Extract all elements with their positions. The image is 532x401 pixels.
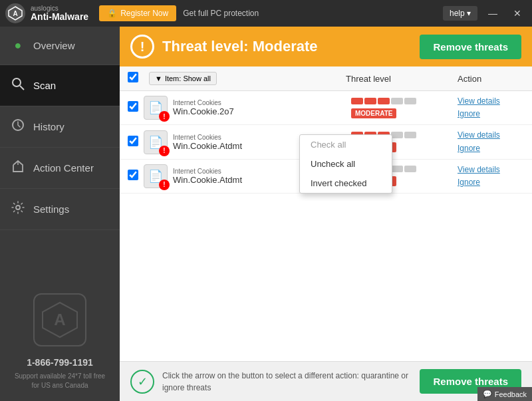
bar [404, 166, 416, 172]
header-checkbox-cell [128, 72, 144, 85]
close-button[interactable]: ✕ [508, 5, 527, 21]
row2-view-details[interactable]: View details [458, 129, 524, 142]
bottom-info-text: Click the arrow on the button to select … [162, 370, 412, 394]
support-text: Support available 24*7 toll free for US … [11, 372, 109, 390]
sidebar-label-history: History [33, 121, 65, 132]
row1-ignore[interactable]: Ignore [458, 108, 524, 120]
row2-ignore[interactable]: Ignore [458, 142, 524, 155]
feedback-icon: 💬 [483, 390, 492, 398]
bar [391, 98, 403, 104]
threat-level-title: Threat level: Moderate [162, 38, 412, 55]
sidebar-bottom: A 1-866-799-1191 Support available 24*7 … [0, 283, 120, 401]
row1-category: Internet Cookies [173, 99, 351, 106]
threat-banner: ! Threat level: Moderate Remove threats [120, 27, 532, 67]
svg-point-2 [13, 78, 21, 86]
feedback-button[interactable]: 💬 Feedback [477, 387, 532, 401]
content-area: ! Threat level: Moderate Remove threats … [120, 27, 532, 401]
row1-checkbox[interactable] [128, 101, 138, 112]
row1-info: Internet Cookies Win.Cookie.2o7 [173, 99, 351, 116]
threats-table-area: ▼ Item: Show all Threat level Action 📄 !… [120, 67, 532, 361]
feedback-label: Feedback [495, 390, 527, 398]
lock-icon: 🔒 [107, 9, 117, 18]
col-action-header: Action [458, 74, 524, 84]
dropdown-arrow-icon: ▼ [155, 74, 162, 82]
show-all-label: Item: Show all [165, 74, 211, 82]
row1-name: Win.Cookie.2o7 [173, 106, 351, 116]
bar [351, 98, 363, 104]
svg-text:A: A [13, 10, 17, 17]
threat-level-icon: ! [130, 35, 154, 59]
error-badge: ! [159, 146, 170, 156]
row1-view-details[interactable]: View details [458, 95, 524, 108]
row1-badge: MODERATE [351, 108, 396, 118]
sidebar-item-overview[interactable]: ● Overview [0, 27, 120, 65]
phone-number: 1-866-799-1191 [11, 357, 109, 368]
minimize-button[interactable]: — [483, 5, 503, 21]
sidebar-item-action-center[interactable]: Action Center [0, 148, 120, 189]
row1-check [128, 101, 144, 114]
sidebar: ● Overview Scan History [0, 27, 120, 401]
svg-point-6 [16, 205, 20, 209]
app-name: Anti-Malware [31, 12, 88, 22]
sidebar-label-action-center: Action Center [33, 162, 94, 174]
window-controls: help ▾ — ✕ [443, 5, 527, 21]
bottom-check-icon: ✓ [130, 370, 154, 394]
show-all-dropdown[interactable]: ▼ Item: Show all [149, 72, 217, 85]
register-button[interactable]: 🔒 Register Now [99, 5, 176, 21]
bar [404, 132, 416, 138]
row3-actions: View details Ignore [458, 164, 524, 189]
row1-actions: View details Ignore [458, 95, 524, 120]
error-badge: ! [159, 111, 170, 122]
table-row: 📄 ! Internet Cookies Win.Cookie.2o7 [120, 91, 532, 125]
sidebar-label-settings: Settings [33, 203, 69, 215]
app-title-block: auslogics Anti-Malware [31, 5, 88, 22]
col-threat-level-header: Threat level [346, 74, 452, 84]
app-logo: A auslogics Anti-Malware [5, 3, 88, 23]
remove-threats-button-top[interactable]: Remove threats [420, 35, 521, 59]
settings-icon [11, 201, 25, 217]
row3-check [128, 170, 144, 183]
row3-ignore[interactable]: Ignore [458, 176, 524, 189]
sidebar-logo-big: A [33, 293, 86, 346]
bottom-bar: ✓ Click the arrow on the button to selec… [120, 361, 532, 401]
bar [391, 132, 403, 138]
context-item-invert-checked[interactable]: Invert checked [300, 174, 392, 193]
select-all-checkbox[interactable] [128, 72, 138, 82]
protection-label: Get full PC protection [183, 9, 259, 18]
help-button[interactable]: help ▾ [443, 6, 477, 21]
overview-icon: ● [11, 39, 25, 53]
sidebar-label-overview: Overview [33, 40, 75, 51]
app-logo-icon: A [5, 3, 25, 23]
row1-threat-level: MODERATE [351, 98, 458, 118]
bar [378, 98, 390, 104]
bar [404, 98, 416, 104]
row2-actions: View details Ignore [458, 129, 524, 154]
error-badge: ! [159, 180, 170, 190]
row1-bars [351, 98, 458, 104]
bar [364, 98, 376, 104]
titlebar: A auslogics Anti-Malware 🔒 Register Now … [0, 0, 532, 27]
context-menu: Check all Uncheck all Invert checked [299, 134, 392, 194]
sidebar-item-settings[interactable]: Settings [0, 189, 120, 230]
sidebar-item-history[interactable]: History [0, 106, 120, 148]
svg-line-3 [20, 86, 24, 90]
row1-file-icon: 📄 ! [144, 96, 168, 120]
row3-view-details[interactable]: View details [458, 164, 524, 176]
sidebar-label-scan: Scan [33, 80, 56, 91]
row2-check [128, 136, 144, 149]
row3-checkbox[interactable] [128, 170, 138, 180]
bar [391, 166, 403, 172]
context-item-check-all[interactable]: Check all [300, 135, 392, 154]
action-center-icon [11, 160, 25, 176]
context-item-uncheck-all[interactable]: Uncheck all [300, 154, 392, 174]
row2-file-icon: 📄 ! [144, 130, 168, 154]
sidebar-item-scan[interactable]: Scan [0, 65, 120, 106]
row2-checkbox[interactable] [128, 136, 138, 146]
row3-file-icon: 📄 ! [144, 164, 168, 188]
main-layout: ● Overview Scan History [0, 27, 532, 401]
svg-text:A: A [54, 311, 65, 329]
table-header: ▼ Item: Show all Threat level Action [120, 67, 532, 91]
scan-icon [11, 77, 25, 94]
history-icon [11, 118, 25, 135]
